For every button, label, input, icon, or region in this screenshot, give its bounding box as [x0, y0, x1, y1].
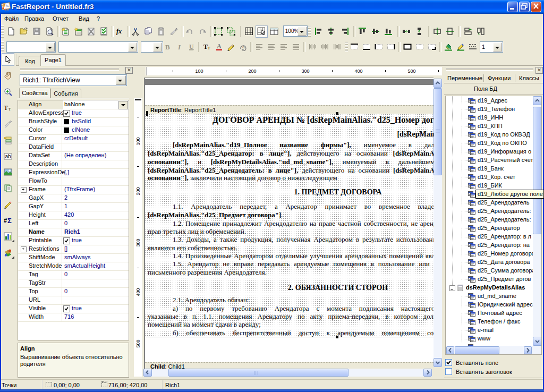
svg-text:ab: ab	[5, 154, 12, 159]
svg-text:A: A	[217, 42, 222, 50]
svg-text:т: т	[8, 106, 11, 112]
svg-text:T: T	[4, 104, 8, 112]
svg-text:т: т	[208, 45, 210, 50]
svg-text:#: #	[4, 217, 7, 224]
svg-text:fx: fx	[116, 28, 122, 35]
svg-text:Σ: Σ	[7, 217, 12, 225]
svg-text:B: B	[165, 43, 170, 51]
svg-text:U: U	[189, 43, 194, 50]
svg-text:T: T	[203, 43, 208, 50]
svg-text:a: a	[242, 45, 245, 49]
svg-text:I: I	[177, 43, 181, 51]
